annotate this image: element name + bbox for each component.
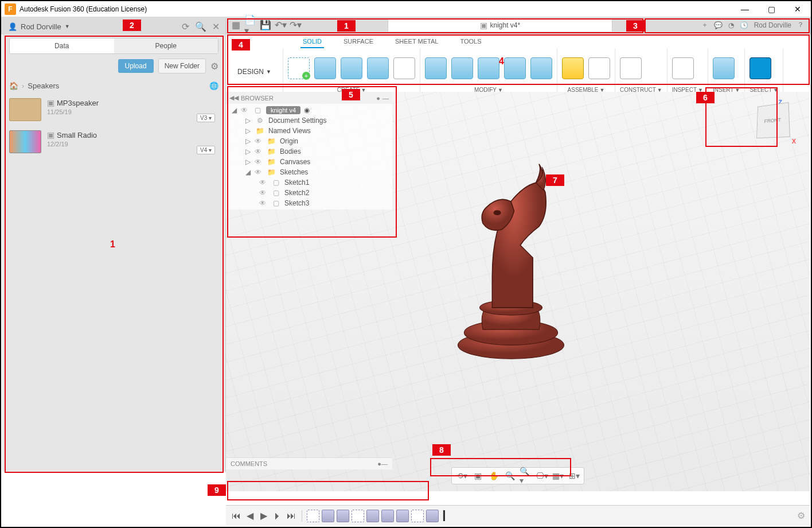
insert-decal-icon[interactable]	[713, 57, 735, 79]
upload-button[interactable]: Upload	[118, 59, 154, 73]
comments-bar[interactable]: COMMENTS ● —	[226, 457, 392, 469]
orbit-icon[interactable]: ⟲▾	[455, 469, 468, 482]
extrude-icon[interactable]	[314, 57, 336, 79]
shell-icon[interactable]	[478, 57, 499, 79]
select-tool-icon[interactable]	[749, 57, 771, 79]
joint-icon[interactable]	[588, 57, 610, 79]
browser-expand-icon[interactable]: —	[382, 95, 389, 102]
new-tab-icon[interactable]: ＋	[701, 20, 708, 30]
tree-item[interactable]: ▷👁📁Origin	[226, 136, 392, 146]
presspull-icon[interactable]	[425, 57, 447, 79]
active-radio-icon[interactable]: ◉	[304, 106, 310, 114]
display-settings-icon[interactable]: 🖵▾	[536, 469, 548, 482]
data-panel-toggle-icon[interactable]: ▦	[229, 19, 242, 32]
file-menu-icon[interactable]: 📄▾	[244, 19, 257, 32]
refresh-icon[interactable]: ⟳	[182, 21, 189, 32]
browser-minimize-icon[interactable]: ●	[376, 95, 380, 102]
timeline-stepback-icon[interactable]: ◀	[244, 510, 256, 522]
comments-minimize-icon[interactable]: ●	[377, 460, 381, 467]
collapse-arrows-icon[interactable]: ◀◀	[229, 94, 239, 102]
gear-icon[interactable]: ⚙	[210, 61, 218, 72]
timeline-play-icon[interactable]: ▶	[258, 510, 270, 522]
tree-sketch-item[interactable]: 👁▢Sketch1	[226, 177, 392, 188]
timeline-start-icon[interactable]: ⏮	[231, 510, 242, 522]
tree-item[interactable]: ▷👁📁Bodies	[226, 146, 392, 157]
revolve-icon[interactable]	[341, 57, 362, 79]
new-component-icon[interactable]	[562, 57, 584, 79]
ribbon-tab-surface[interactable]: SURFACE	[341, 37, 376, 48]
timeline-feature[interactable]	[366, 510, 379, 522]
hole-icon[interactable]	[367, 57, 389, 79]
extensions-icon[interactable]: ◔	[728, 21, 734, 29]
timeline-feature[interactable]	[426, 510, 439, 522]
navigation-bar: ⟲▾ ▣ ✋ 🔍 🔍▾ 🖵▾ ▦▾ ⊞▾	[451, 467, 584, 484]
save-icon[interactable]: 💾	[259, 19, 272, 32]
timeline-stepfwd-icon[interactable]: ⏵	[272, 510, 283, 522]
redo-icon[interactable]: ↷▾	[289, 19, 302, 32]
breadcrumb-current[interactable]: Speakers	[28, 81, 59, 90]
viewcube-face[interactable]: FRONT	[756, 102, 790, 138]
tree-item[interactable]: ▷📁Named Views	[226, 126, 392, 136]
help-icon[interactable]: ？	[797, 20, 804, 30]
close-button[interactable]: ✕	[784, 1, 811, 17]
create-sketch-icon[interactable]	[288, 57, 310, 79]
document-tab[interactable]: ▣ knight v4*	[388, 18, 612, 32]
tab-data[interactable]: Data	[10, 38, 114, 53]
file-item[interactable]: ▣MP3speaker 11/25/19 V3 ▾	[2, 94, 225, 126]
tab-people[interactable]: People	[114, 38, 218, 53]
box-icon[interactable]	[393, 57, 415, 79]
zoom-icon[interactable]: 🔍	[503, 469, 516, 482]
ribbon-tab-tools[interactable]: TOOLS	[458, 37, 483, 48]
timeline-feature[interactable]	[322, 510, 334, 522]
visibility-icon[interactable]: 👁	[241, 106, 249, 114]
version-badge[interactable]: V3 ▾	[197, 114, 215, 122]
new-folder-button[interactable]: New Folder	[158, 59, 206, 73]
home-icon[interactable]: 🏠	[9, 81, 18, 90]
tree-item[interactable]: ◢👁📁Sketches	[226, 167, 392, 177]
timeline-feature[interactable]	[396, 510, 409, 522]
timeline-settings-icon[interactable]: ⚙	[797, 510, 805, 521]
search-icon[interactable]: 🔍	[195, 21, 206, 32]
ribbon-tab-solid[interactable]: SOLID	[300, 37, 324, 48]
fillet-icon[interactable]	[451, 57, 473, 79]
ribbon: SOLID SURFACE SHEET METAL TOOLS DESIGN▼ …	[226, 34, 810, 96]
notifications-icon[interactable]: 💬	[714, 21, 723, 29]
ribbon-tab-sheetmetal[interactable]: SHEET METAL	[393, 37, 440, 48]
construct-plane-icon[interactable]	[620, 57, 642, 79]
version-badge[interactable]: V4 ▾	[197, 146, 215, 154]
data-panel-user[interactable]: 👤 Rod Dorville ▼	[8, 22, 70, 31]
tree-expand-icon[interactable]: ◢	[232, 106, 237, 114]
look-at-icon[interactable]: ▣	[471, 469, 484, 482]
timeline-feature-sketch[interactable]	[307, 510, 319, 522]
timeline-feature-sketch[interactable]	[411, 510, 424, 522]
timeline-end-icon[interactable]: ⏭	[286, 510, 297, 522]
viewport-layout-icon[interactable]: ⊞▾	[568, 469, 580, 482]
pan-icon[interactable]: ✋	[487, 469, 500, 482]
tree-sketch-item[interactable]: 👁▢Sketch3	[226, 198, 392, 208]
fit-icon[interactable]: 🔍▾	[520, 469, 532, 482]
minimize-button[interactable]: —	[732, 1, 758, 17]
appbar-user-label[interactable]: Rod Dorville	[754, 21, 791, 29]
tree-sketch-item[interactable]: 👁▢Sketch2	[226, 188, 392, 198]
grid-settings-icon[interactable]: ▦▾	[552, 469, 564, 482]
timeline-feature[interactable]	[381, 510, 394, 522]
close-panel-icon[interactable]: ✕	[212, 21, 220, 32]
tree-item[interactable]: ▷👁📁Canvases	[226, 157, 392, 167]
measure-icon[interactable]	[672, 57, 694, 79]
globe-icon[interactable]: 🌐	[209, 81, 218, 90]
timeline-marker-icon[interactable]: ▎	[441, 510, 452, 522]
job-status-icon[interactable]: 🕓	[740, 21, 748, 29]
file-item[interactable]: ▣Small Radio 12/2/19 V4 ▾	[2, 126, 225, 158]
undo-icon[interactable]: ↶▾	[274, 19, 287, 32]
viewport-canvas[interactable]: ◀◀ BROWSER ● — ◢ 👁 ▢ knight v4 ◉ ▷⚙Docum…	[226, 92, 810, 491]
combine-icon[interactable]	[504, 57, 526, 79]
workspace-switcher[interactable]: DESIGN▼	[226, 48, 283, 95]
maximize-button[interactable]: ▢	[758, 1, 784, 17]
timeline-feature[interactable]	[337, 510, 349, 522]
tree-root[interactable]: ◢ 👁 ▢ knight v4 ◉	[226, 105, 392, 115]
timeline-feature-sketch[interactable]	[352, 510, 364, 522]
comments-expand-icon[interactable]: —	[381, 460, 388, 467]
tree-item[interactable]: ▷⚙Document Settings	[226, 115, 392, 126]
align-icon[interactable]	[530, 57, 552, 79]
viewcube[interactable]: Z FRONT X	[747, 98, 798, 149]
